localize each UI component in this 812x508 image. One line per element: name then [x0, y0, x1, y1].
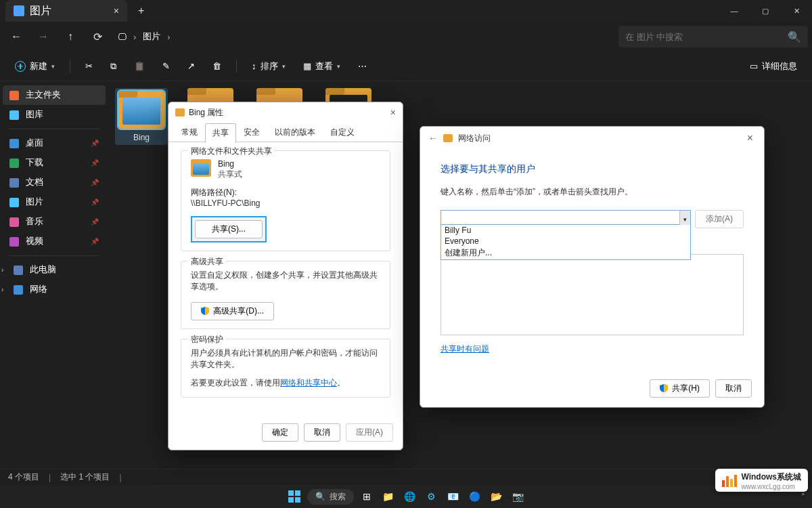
close-icon[interactable]: × [390, 107, 396, 118]
dialog-title: Bing 属性 [189, 107, 223, 119]
search-box[interactable]: 🔍 [618, 26, 808, 47]
pc-icon [14, 266, 23, 275]
taskbar-app[interactable]: 🔵 [466, 488, 484, 505]
apply-button[interactable]: 应用(A) [346, 423, 393, 442]
sidebar-item-documents[interactable]: 文档 📌 [3, 173, 106, 192]
sidebar-item-thispc[interactable]: › 此电脑 [3, 260, 106, 280]
folder-label: Bing [115, 133, 168, 142]
taskbar-app[interactable]: 🌐 [401, 488, 419, 505]
sidebar-item-desktop[interactable]: 桌面 📌 [3, 133, 106, 153]
up-button[interactable]: ↑ [58, 24, 83, 49]
network-path-label: 网络路径(N): [191, 187, 380, 198]
pin-icon: 📌 [91, 218, 99, 226]
shield-icon [660, 384, 668, 392]
breadcrumb-item[interactable]: 图片 [143, 30, 160, 43]
share-button[interactable]: 共享(S)... [195, 220, 263, 238]
svg-rect-1 [295, 490, 300, 496]
desktop-icon [9, 139, 19, 148]
sidebar-item-network[interactable]: › 网络 [3, 280, 106, 299]
cancel-button[interactable]: 取消 [304, 423, 340, 442]
share-button[interactable]: ↗ [182, 58, 200, 74]
dropdown-option[interactable]: Billy Fu [441, 225, 690, 236]
download-icon [9, 158, 19, 168]
properties-dialog: Bing 属性 × 常规 共享 安全 以前的版本 自定义 网络文件和文件夹共享 … [168, 102, 403, 450]
copy-button[interactable]: ⧉ [105, 58, 122, 75]
details-pane-button[interactable]: ▭ 详细信息 [744, 58, 803, 75]
cancel-button[interactable]: 取消 [715, 379, 752, 398]
pin-icon: 📌 [91, 140, 99, 147]
svg-rect-2 [288, 497, 294, 503]
explorer-tab[interactable]: 图片 × [5, 0, 127, 22]
forward-button[interactable]: → [31, 24, 55, 49]
taskbar-app[interactable]: 📧 [445, 488, 462, 505]
group-title: 网络文件和文件夹共享 [188, 146, 275, 157]
dropdown-option[interactable]: Everyone [441, 236, 690, 247]
tab-security[interactable]: 安全 [236, 123, 267, 142]
cut-button[interactable]: ✂ [80, 58, 98, 74]
sidebar-item-gallery[interactable]: 图库 [3, 105, 106, 125]
ok-button[interactable]: 确定 [262, 423, 298, 442]
user-combobox[interactable]: ▾ Billy Fu Everyone 创建新用户... [441, 210, 691, 228]
document-icon [9, 178, 19, 188]
new-button[interactable]: 新建 ▾ [9, 58, 60, 75]
advanced-share-button[interactable]: 高级共享(D)... [191, 302, 274, 320]
chevron-up-icon[interactable]: ˄ [801, 492, 805, 501]
share-button-highlight: 共享(S)... [191, 216, 267, 242]
taskbar-app[interactable]: 📂 [488, 488, 505, 505]
add-button[interactable]: 添加(A) [695, 210, 744, 228]
taskbar-search[interactable]: 🔍 搜索 [307, 489, 354, 505]
minimize-button[interactable]: — [719, 0, 750, 22]
plus-icon [15, 61, 26, 72]
user-dropdown: Billy Fu Everyone 创建新用户... [441, 225, 691, 260]
dialog-titlebar[interactable]: Bing 属性 × [168, 102, 403, 123]
close-icon[interactable]: × [744, 132, 756, 144]
tab-sharing[interactable]: 共享 [205, 123, 236, 143]
pwd-line2b: 。 [337, 378, 345, 387]
close-tab-icon[interactable]: × [114, 5, 119, 16]
sidebar-item-pictures[interactable]: 图片 📌 [3, 192, 106, 212]
sidebar-item-videos[interactable]: 视频 📌 [3, 232, 106, 251]
paste-button[interactable]: 📋 [129, 58, 150, 74]
tab-previous-versions[interactable]: 以前的版本 [267, 123, 323, 142]
more-button[interactable]: ⋯ [353, 58, 372, 74]
delete-button[interactable]: 🗑 [207, 58, 227, 74]
trouble-sharing-link[interactable]: 共享时有问题 [441, 344, 489, 354]
sort-button[interactable]: ↕ 排序 ▾ [246, 58, 291, 75]
back-button[interactable]: ← [4, 24, 28, 49]
view-button[interactable]: ▦ 查看 ▾ [298, 58, 346, 75]
new-tab-button[interactable]: + [133, 2, 150, 20]
taskbar-app[interactable]: ⚙ [423, 488, 441, 505]
close-window-button[interactable]: ✕ [781, 0, 812, 22]
breadcrumb[interactable]: 🖵 › 图片 › [118, 30, 171, 43]
taskbar-tray[interactable]: ˄ [801, 492, 805, 501]
folder-item[interactable]: Bing [115, 88, 168, 145]
taskbar-app[interactable]: 📷 [510, 488, 527, 505]
chevron-right-icon: › [167, 32, 170, 42]
start-button[interactable] [286, 488, 303, 505]
maximize-button[interactable]: ▢ [750, 0, 781, 22]
tab-customize[interactable]: 自定义 [323, 123, 362, 142]
dropdown-option[interactable]: 创建新用户... [441, 247, 690, 259]
tab-panel-sharing: 网络文件和文件夹共享 Bing 共享式 网络路径(N): \\BILLYFU-P… [168, 142, 403, 415]
share-confirm-button[interactable]: 共享(H) [650, 379, 710, 398]
more-icon: ⋯ [358, 61, 367, 71]
dialog-header-title: 网络访问 [458, 133, 491, 144]
sidebar-item-downloads[interactable]: 下载 📌 [3, 153, 106, 173]
user-input[interactable] [441, 210, 691, 225]
search-input[interactable] [625, 32, 784, 42]
rename-button[interactable]: ✎ [157, 58, 175, 74]
task-view-button[interactable]: ⊞ [358, 488, 376, 505]
network-center-link[interactable]: 网络和共享中心 [280, 378, 337, 387]
properties-tabs: 常规 共享 安全 以前的版本 自定义 [168, 123, 403, 142]
shared-users-list[interactable] [441, 254, 744, 335]
sidebar-item-music[interactable]: 音乐 📌 [3, 212, 106, 232]
taskbar-app[interactable]: 📁 [380, 488, 397, 505]
navigation-pane: 主文件夹 图库 桌面 📌 下载 📌 文档 📌 图片 📌 音 [0, 81, 108, 469]
chevron-down-icon: ▾ [51, 63, 55, 70]
sidebar-item-home[interactable]: 主文件夹 [3, 85, 106, 105]
back-button[interactable]: ← [428, 133, 438, 144]
pwd-line1: 用户必须具有此计算机的用户帐户和密码，才能访问共享文件夹。 [191, 347, 380, 371]
tab-general[interactable]: 常规 [174, 123, 205, 142]
dialog-hint: 键入名称，然后单击“添加”，或者单击箭头查找用户。 [441, 186, 744, 198]
refresh-button[interactable]: ⟳ [85, 24, 110, 49]
